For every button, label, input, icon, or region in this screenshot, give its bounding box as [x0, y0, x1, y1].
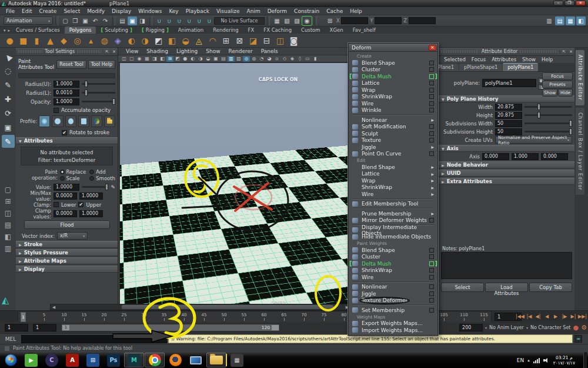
pencil-icon[interactable]: ✎	[111, 184, 115, 190]
range-bar[interactable]: 1 120	[61, 324, 280, 331]
section-display[interactable]: ▶Display	[16, 266, 118, 273]
clock[interactable]: 03:21 م ٢٠١٧/٠٧/١٧	[553, 355, 575, 366]
layout-three-split-left[interactable]: ◧	[2, 231, 15, 242]
grid-icon[interactable]: ⊞	[166, 56, 173, 62]
menu-item-prune-membership[interactable]: Prune Membership▶	[349, 210, 437, 217]
smooth-mesh-icon[interactable]: ◈	[112, 34, 124, 47]
2d-pan-zoom-icon[interactable]: ◧	[159, 56, 166, 62]
poly-cube-icon[interactable]: ■	[17, 34, 29, 47]
menu-item-wrap[interactable]: Wrap	[349, 87, 437, 94]
menu-anim[interactable]: Anim	[243, 8, 264, 14]
menu-select[interactable]: Select	[60, 8, 83, 14]
safe-title-icon[interactable]: ▣	[212, 56, 219, 62]
snap-grid-icon[interactable]: ∪	[155, 16, 164, 25]
poly-pipe-icon[interactable]: ◍	[98, 34, 111, 47]
rotate-tool[interactable]: ⟳	[2, 107, 15, 120]
accumulate-opacity-checkbox[interactable]	[54, 108, 59, 113]
ae-menu-selected[interactable]: Selected	[441, 57, 469, 62]
maya-icon[interactable]: M	[124, 353, 144, 367]
offset-edge-loop-icon[interactable]: ⊠	[233, 34, 246, 47]
firefox-icon[interactable]	[165, 353, 185, 367]
render-icon[interactable]: ▦	[272, 16, 282, 25]
option-box-icon[interactable]	[429, 74, 434, 79]
menu-item-blend-shape[interactable]: Blend Shape	[349, 247, 437, 254]
motion-blur-icon[interactable]: ◇	[281, 56, 288, 62]
slider-handle[interactable]	[569, 128, 572, 135]
step-back-key-button[interactable]: ◀|	[534, 312, 542, 321]
menu-cache[interactable]: Cache	[323, 8, 346, 14]
section-uuid[interactable]: ▶UUID	[439, 170, 574, 177]
play-backwards-button[interactable]: ◀	[543, 312, 551, 321]
channel-box-toggle-icon[interactable]: ◧	[576, 16, 586, 25]
focus-button[interactable]: Focus	[542, 72, 573, 80]
attr-slider-subdivisions-width[interactable]	[524, 122, 572, 124]
menu-key[interactable]: Key	[165, 8, 182, 14]
browse-brush-button[interactable]	[104, 115, 115, 127]
attributes-section-bar[interactable]: ▼Attributes	[16, 137, 118, 144]
select-object-icon[interactable]: ▣	[128, 16, 137, 25]
ae-tab-polyplane1[interactable]: polyPlane1	[503, 63, 538, 71]
camera-attributes-icon[interactable]: ◉	[136, 56, 143, 62]
range-start-handle[interactable]: 1	[62, 325, 69, 330]
multi-cut-icon[interactable]: ◬	[193, 34, 205, 47]
section-stylus-pressure[interactable]: ▶Stylus Pressure	[16, 249, 118, 256]
target-weld-icon[interactable]: ⊟	[260, 34, 273, 47]
axis-z-field[interactable]: 0.000	[541, 153, 568, 160]
clamp-lower-checkbox[interactable]	[54, 202, 59, 207]
section-attribute-maps[interactable]: ▶Attribute Maps	[16, 257, 118, 264]
multisample-icon[interactable]: ◈	[289, 56, 296, 62]
shelf-tab-xgen[interactable]: XGen	[325, 26, 348, 34]
undo-icon[interactable]: ↶	[91, 16, 100, 25]
poly-prism-icon[interactable]: ▴	[85, 34, 97, 47]
option-box-icon[interactable]	[429, 67, 434, 72]
sculpt-shelf-icon[interactable]: ◙	[288, 34, 300, 47]
menu-item-export-weights-maps[interactable]: Export Weights Maps...	[349, 320, 437, 327]
new-scene-icon[interactable]: ▢	[61, 16, 70, 25]
layout-two-side[interactable]: ◫	[2, 208, 15, 218]
option-box-icon[interactable]	[429, 101, 434, 106]
square-brush-button[interactable]	[78, 115, 89, 127]
radius-l-field[interactable]: 0.0010	[54, 89, 79, 97]
separate-icon[interactable]: ◑	[139, 34, 151, 47]
node-name-field[interactable]: polyPlane1	[482, 79, 536, 87]
radius-u-slider[interactable]	[82, 83, 115, 85]
windows-app-icon[interactable]: ⊞	[83, 353, 103, 367]
min-value-field[interactable]: 0.0000	[54, 193, 77, 200]
section-node-behavior[interactable]: ▶Node Behavior	[439, 161, 574, 168]
flood-button[interactable]: Flood	[24, 220, 110, 229]
stamp-brush-button[interactable]	[91, 115, 102, 127]
max-value-field[interactable]: 1.0000	[79, 193, 103, 200]
shelf-tab-fx[interactable]: FX	[243, 26, 259, 34]
bridge-icon[interactable]: ◒	[179, 34, 192, 47]
opacity-field[interactable]: 1.0000	[54, 98, 79, 105]
menu-display[interactable]: Display	[108, 8, 135, 14]
menu-item-wire[interactable]: Wire	[349, 274, 437, 281]
menu-item-wrap[interactable]: Wrap▶	[349, 177, 437, 184]
vector-index-dropdown[interactable]: x/R▾	[57, 232, 88, 240]
menu-modify[interactable]: Modify	[83, 8, 108, 14]
bookmark-icon[interactable]: ▦	[143, 56, 151, 62]
photoshop-icon[interactable]: Ps	[103, 353, 123, 367]
create-uvs-dropdown[interactable]: Normalize and Preserve Aspect Ratio▾	[495, 136, 572, 144]
menu-item-texture[interactable]: Texture	[349, 137, 437, 144]
chevron-down-icon[interactable]: ▾	[485, 326, 487, 330]
option-box-icon[interactable]	[429, 284, 434, 289]
mirror-icon[interactable]: ◫	[274, 34, 286, 47]
menu-create[interactable]: Create	[36, 8, 61, 14]
poly-sphere-icon[interactable]: ●	[4, 34, 16, 47]
menu-item-nonlinear[interactable]: Nonlinear▶	[349, 117, 437, 124]
depth-of-field-icon[interactable]: ◊	[296, 56, 303, 62]
paint-select-tool[interactable]: ✎	[2, 78, 15, 91]
input-mode-icon[interactable]: ⊞	[325, 16, 335, 25]
menu-item-wire[interactable]: Wire	[349, 100, 437, 107]
radio-scale[interactable]: Scale	[60, 175, 86, 181]
animation-start-field[interactable]: 1	[33, 324, 56, 331]
option-box-icon[interactable]	[429, 254, 434, 259]
screen-space-ao-icon[interactable]: ▫	[273, 56, 280, 62]
show-button[interactable]: Show	[542, 89, 557, 97]
viewport-menu-lighting[interactable]: Lighting	[172, 48, 202, 54]
poly-torus-icon[interactable]: ◎	[71, 34, 83, 47]
menu-item-lattice[interactable]: Lattice	[349, 80, 437, 87]
attribute-editor-toggle-icon[interactable]: ▤	[555, 16, 564, 25]
menu-constrain[interactable]: Constrain	[290, 8, 323, 14]
